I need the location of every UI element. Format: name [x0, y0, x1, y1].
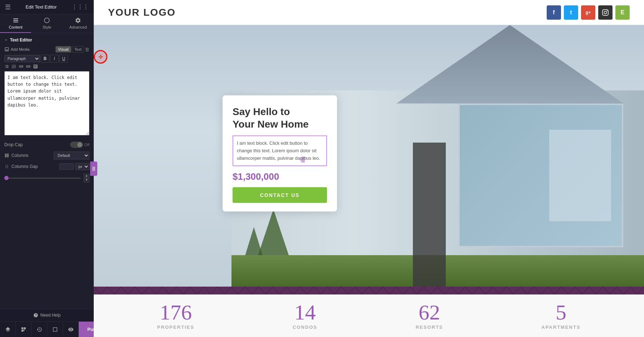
columns-select[interactable]: Default: [54, 152, 89, 159]
view-buttons: Visual Text 🗑: [55, 46, 89, 53]
contact-us-button[interactable]: CONTACT US: [233, 187, 327, 203]
columns-label: Columns: [4, 153, 28, 158]
left-panel: ☰ Edit Text Editor ⋮⋮⋮ Content Style Adv…: [0, 0, 94, 337]
top-bar: YOUR LOGO f t g+ E: [94, 0, 644, 25]
stat-resorts: 62 RESORTS: [416, 302, 443, 330]
right-content: YOUR LOGO f t g+ E: [94, 0, 644, 337]
svg-point-5: [94, 169, 95, 170]
svg-point-4: [93, 169, 94, 170]
facebook-icon[interactable]: f: [547, 5, 561, 20]
google-plus-icon[interactable]: g+: [581, 5, 595, 20]
twitter-icon[interactable]: t: [564, 5, 578, 20]
gap-slider[interactable]: [4, 178, 81, 179]
card-text-box: I am text block. Click edit button to ch…: [233, 135, 327, 166]
svg-point-3: [94, 168, 95, 169]
add-media-button[interactable]: Add Media: [4, 47, 30, 52]
panel-title: Edit Text Editor: [25, 4, 57, 10]
drop-cap-row: Drop Cap Off: [4, 142, 89, 148]
panel-footer: Need Help: [0, 309, 94, 321]
drop-cap-label: Drop Cap: [4, 142, 23, 147]
card-title: Say Hello to Your New Home: [233, 105, 327, 130]
stat-apartments: 5 APARTMENTS: [541, 302, 580, 330]
stat-properties: 176 PROPERTIES: [157, 302, 194, 330]
history-icon[interactable]: [31, 322, 47, 337]
elements-icon[interactable]: [16, 322, 31, 337]
social-icons: f t g+ E: [547, 5, 630, 20]
card-price: $1,300,000: [233, 171, 327, 182]
unit-select[interactable]: px: [75, 163, 89, 170]
hero-card: Say Hello to Your New Home I am text blo…: [223, 95, 337, 212]
card-body-text: I am text block. Click edit button to ch…: [237, 140, 320, 161]
tab-content[interactable]: Content: [0, 14, 31, 33]
panel-tabs: Content Style Advanced: [0, 14, 94, 33]
editor-toolbar-top: Add Media Visual Text 🗑: [4, 46, 89, 53]
columns-gap-input[interactable]: [59, 163, 74, 170]
section-title: Text Editor: [10, 38, 32, 43]
svg-point-1: [94, 167, 95, 168]
panel-header: ☰ Edit Text Editor ⋮⋮⋮: [0, 0, 94, 14]
svg-point-0: [93, 167, 94, 168]
toggle-thumb: [77, 142, 82, 147]
ordered-list-button[interactable]: [11, 64, 16, 69]
zigzag-separator: [94, 287, 644, 294]
tab-style[interactable]: Style: [31, 14, 62, 33]
unlink-button[interactable]: [26, 64, 31, 69]
underline-button[interactable]: U: [59, 55, 68, 63]
panel-actions: Publish: [0, 321, 94, 337]
link-button[interactable]: [19, 64, 24, 69]
toggle-track[interactable]: [70, 142, 83, 148]
paragraph-select[interactable]: Paragraph: [4, 55, 40, 62]
template-icon[interactable]: [47, 322, 63, 337]
slider-row: ▲ ▼: [4, 174, 89, 183]
unordered-list-button[interactable]: [4, 64, 9, 69]
columns-gap-row: Columns Gap px: [4, 163, 89, 170]
instagram-icon[interactable]: [598, 5, 613, 20]
spin-up-button[interactable]: ▲: [84, 174, 89, 178]
columns-row: Columns Default: [4, 152, 89, 159]
action-icons: [0, 322, 79, 337]
svg-marker-6: [94, 287, 644, 294]
drop-cap-toggle[interactable]: Off: [70, 142, 89, 148]
hero-section: Say Hello to Your New Home I am text blo…: [94, 25, 644, 287]
site-logo: YOUR LOGO: [108, 7, 176, 18]
editor-icon-row: [4, 64, 89, 69]
columns-gap-control: px: [59, 163, 89, 170]
text-editor-area[interactable]: I am text block. Click edit button to ch…: [4, 71, 89, 135]
layers-icon[interactable]: [0, 322, 16, 337]
hamburger-icon[interactable]: ☰: [5, 3, 11, 11]
visual-view-button[interactable]: Visual: [55, 46, 71, 53]
stats-section: 176 PROPERTIES 14 CONDOS 62 RESORTS 5 AP…: [94, 294, 644, 337]
envato-icon[interactable]: E: [615, 5, 630, 20]
columns-gap-label: Columns Gap: [4, 164, 38, 169]
bold-button[interactable]: B: [41, 55, 49, 63]
spin-down-button[interactable]: ▼: [84, 178, 89, 182]
delete-button[interactable]: 🗑: [85, 47, 89, 52]
grid-icon[interactable]: ⋮⋮⋮: [72, 4, 89, 10]
panel-drag-handle[interactable]: [90, 162, 97, 176]
svg-point-2: [93, 168, 94, 169]
need-help-label: Need Help: [40, 313, 61, 318]
text-view-button[interactable]: Text: [72, 46, 84, 53]
preview-icon[interactable]: [63, 322, 79, 337]
stat-condos: 14 CONDOS: [293, 302, 317, 330]
panel-body: Text Editor Add Media Visual Text 🗑 Para…: [0, 33, 94, 309]
tab-advanced[interactable]: Advanced: [63, 14, 94, 33]
toggle-state-label: Off: [84, 143, 89, 147]
italic-button[interactable]: I: [50, 55, 59, 63]
columns-control: Default: [54, 152, 89, 159]
format-toolbar: Paragraph B I U: [4, 55, 89, 63]
section-header[interactable]: Text Editor: [4, 38, 89, 43]
table-button[interactable]: [33, 64, 38, 69]
